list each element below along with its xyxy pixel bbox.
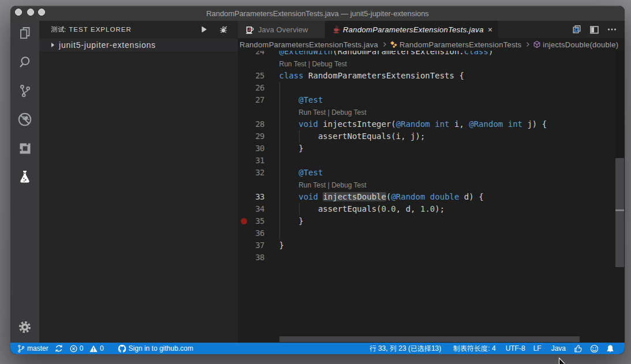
line-number[interactable]: 30	[238, 142, 264, 155]
tree-item-junit5-jupiter-extensions[interactable]: junit5-jupiter-extensions	[39, 39, 238, 51]
status-branch[interactable]: master	[17, 344, 48, 353]
code-text: }	[279, 215, 304, 227]
line-number[interactable]: 32	[238, 167, 264, 179]
line-number[interactable]: 34	[238, 203, 264, 215]
git-branch-icon	[17, 83, 33, 99]
code-line[interactable]: 34 assertEquals(0.0, d, 1.0);	[238, 203, 625, 215]
code-line[interactable]: 31	[238, 155, 625, 167]
horizontal-scrollbar[interactable]	[279, 336, 580, 342]
warning-count: 0	[100, 344, 104, 352]
breadcrumb-method[interactable]: injectsDouble(double)	[533, 40, 618, 49]
gear-icon	[17, 320, 32, 335]
code-text: class RandomParametersExtensionTests {	[279, 70, 464, 82]
breadcrumb-file[interactable]: RandomParametersExtensionTests.java	[240, 40, 378, 49]
status-tab-size[interactable]: : 4	[453, 344, 495, 352]
status-left: master 0	[17, 343, 193, 354]
status-tweet-feedback[interactable]	[590, 344, 599, 353]
language-label: Java	[551, 344, 566, 352]
activity-debug[interactable]	[10, 107, 39, 132]
code-line[interactable]: 38	[238, 252, 625, 264]
vertical-scrollbar[interactable]	[615, 158, 624, 267]
code-text: void injectsDouble(@Random double d) {	[279, 191, 484, 203]
status-notifications[interactable]	[606, 344, 614, 353]
codelens-run-debug-link[interactable]: Run Test | Debug Test	[298, 179, 366, 192]
search-icon	[17, 54, 33, 70]
status-encoding[interactable]: UTF-8	[506, 344, 525, 352]
line-number[interactable]: 37	[238, 239, 264, 252]
codelens-run-debug-link[interactable]: Run Test | Debug Test	[298, 106, 366, 119]
cursor-position-label: 33, 23 (13)	[369, 344, 442, 352]
code-line[interactable]: 29 assertNotEquals(i, j);	[238, 130, 625, 142]
code-line[interactable]: 24@ExtendWith(RandomParametersExtension.…	[238, 51, 625, 58]
line-number[interactable]: 33	[238, 191, 264, 203]
code-line[interactable]: 30 }	[238, 142, 625, 155]
line-number[interactable]: 29	[238, 130, 264, 142]
indent-guide	[279, 106, 280, 118]
code-line[interactable]: 26	[238, 82, 625, 94]
codelens-row[interactable]: Run Test | Debug Test	[238, 179, 625, 191]
activity-search[interactable]	[10, 50, 39, 74]
line-number[interactable]: 31	[238, 155, 264, 167]
activity-explorer[interactable]	[10, 21, 39, 45]
tab-bar: Java Overview RandomParametersExtensionT…	[238, 21, 625, 38]
overview-ruler-marker	[615, 209, 624, 211]
status-feedback[interactable]	[574, 344, 583, 353]
activity-settings[interactable]	[10, 315, 39, 339]
sidebar-header: : TEST EXPLORER	[39, 21, 238, 38]
line-number[interactable]: 36	[238, 227, 264, 239]
code-line[interactable]: 28 void injectsInteger(@Random int i, @R…	[238, 118, 625, 130]
code-content: 24@ExtendWith(RandomParametersExtension.…	[238, 51, 625, 264]
status-github-signin[interactable]: Sign in to github.com	[118, 344, 193, 353]
activity-source-control[interactable]	[10, 78, 39, 103]
codelens-row[interactable]: Run Test | Debug Test	[238, 58, 625, 70]
breakpoint-dot[interactable]	[241, 218, 247, 224]
status-errors[interactable]: 0	[70, 344, 84, 352]
vertical-scrollbar-track[interactable]	[615, 51, 624, 158]
code-line[interactable]: 33 void injectsDouble(@Random double d) …	[238, 191, 625, 203]
codelens-row[interactable]: Run Test | Debug Test	[238, 106, 625, 118]
title-bar[interactable]: RandomParametersExtensionTests.java — ju…	[10, 6, 625, 21]
line-number[interactable]: 24	[238, 51, 264, 58]
code-line[interactable]: 36	[238, 227, 625, 239]
status-warnings[interactable]: 0	[89, 344, 104, 352]
tab-java-overview[interactable]: Java Overview	[238, 21, 325, 38]
line-number[interactable]: 28	[238, 118, 264, 130]
activity-test-explorer[interactable]	[10, 165, 39, 189]
code-line[interactable]: 35 }	[238, 215, 625, 227]
split-editor-button[interactable]	[588, 24, 600, 35]
line-number[interactable]: 25	[238, 70, 264, 82]
more-actions-button[interactable]	[606, 24, 618, 35]
code-line[interactable]: 27 @Test	[238, 94, 625, 106]
smiley-icon	[590, 344, 599, 353]
line-number[interactable]: 27	[238, 94, 264, 106]
codelens-run-debug-link[interactable]: Run Test | Debug Test	[279, 58, 347, 70]
chevron-right-icon	[51, 43, 54, 47]
code-text: @ExtendWith(RandomParametersExtension.cl…	[279, 51, 494, 58]
tab-size-label: : 4	[453, 344, 495, 352]
indent-guide	[279, 82, 280, 94]
sync-icon	[55, 344, 63, 352]
line-number[interactable]: 26	[238, 82, 264, 94]
breadcrumbs: RandomParametersExtensionTests.java Rand…	[238, 38, 625, 51]
debug-all-tests-button[interactable]	[217, 23, 230, 36]
open-search-editor-button[interactable]	[571, 24, 583, 35]
chevron-right-icon	[382, 42, 387, 47]
code-editor[interactable]: 24@ExtendWith(RandomParametersExtension.…	[238, 51, 625, 343]
status-cursor-position[interactable]: 33, 23 (13)	[369, 344, 442, 352]
editor-group: Java Overview RandomParametersExtensionT…	[238, 21, 625, 343]
code-line[interactable]: 25class RandomParametersExtensionTests {	[238, 70, 625, 82]
status-language[interactable]: Java	[551, 344, 566, 352]
code-text: @Test	[279, 94, 323, 106]
breadcrumb-class[interactable]: RandomParametersExtensionTests	[390, 40, 521, 49]
status-sync[interactable]	[55, 344, 63, 352]
thumbsup-icon	[574, 344, 583, 353]
status-eol[interactable]: LF	[533, 344, 542, 352]
close-tab-icon[interactable]: ×	[486, 25, 495, 34]
code-line[interactable]: 32 @Test	[238, 167, 625, 179]
line-number[interactable]: 38	[238, 252, 264, 264]
run-all-tests-button[interactable]	[197, 23, 210, 36]
tab-random-parameters-extension-tests[interactable]: RandomParametersExtensionTests.java ×	[325, 21, 498, 38]
activity-extensions[interactable]	[10, 136, 39, 160]
code-line[interactable]: 37}	[238, 239, 625, 252]
debug-tests-icon	[219, 25, 228, 34]
